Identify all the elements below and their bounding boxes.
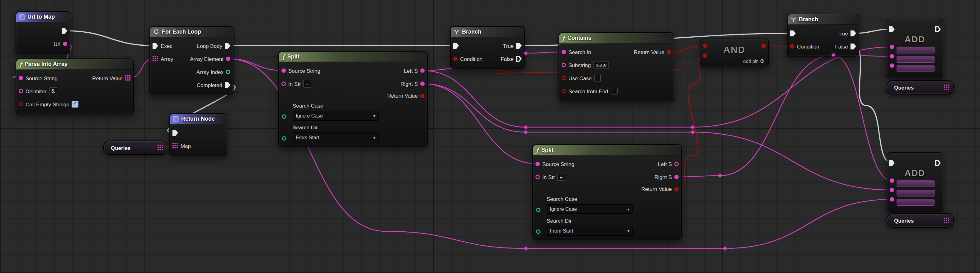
enum-in-pin[interactable] — [282, 114, 286, 119]
search-case-dropdown[interactable]: Ignore Case▾ — [293, 111, 379, 121]
exec-out-pin[interactable] — [516, 56, 522, 62]
exec-out-pin[interactable] — [516, 43, 522, 49]
exec-in-pin[interactable] — [889, 26, 895, 32]
bool-out-pin[interactable] — [420, 94, 425, 98]
bool-in-pin[interactable] — [703, 43, 707, 48]
string-in-pin[interactable] — [562, 50, 566, 54]
map-out-pin[interactable] — [944, 84, 950, 90]
bool-out-pin[interactable] — [762, 43, 766, 48]
exec-in-pin[interactable] — [790, 30, 796, 37]
string-in-pin[interactable] — [890, 178, 894, 183]
exec-out-pin[interactable] — [225, 43, 231, 49]
wire-exec[interactable] — [64, 31, 155, 46]
graph-canvas[interactable]: Url to Map Url ƒ Parse Into Array Source… — [0, 0, 980, 273]
exec-in-pin[interactable] — [889, 160, 895, 166]
delimiter-input[interactable]: & — [49, 87, 57, 95]
reroute-node[interactable] — [524, 247, 527, 250]
node-and[interactable]: AND Add pin ⊕ — [700, 38, 769, 67]
map-in-pin[interactable] — [172, 143, 178, 149]
node-header[interactable]: ƒ Split — [279, 52, 427, 62]
node-split-1[interactable]: ƒ Split Source String Left S In Str= Rig… — [278, 51, 428, 147]
search-case-dropdown[interactable]: Ignore Case▾ — [547, 204, 633, 214]
reroute-node[interactable] — [524, 52, 527, 55]
in-str-input[interactable]: = — [304, 79, 311, 88]
reroute-node[interactable] — [524, 125, 527, 129]
use-case-checkbox[interactable] — [594, 75, 601, 81]
string-in-pin[interactable] — [890, 197, 894, 202]
node-header[interactable]: ƒ Contains — [559, 33, 674, 43]
string-in-pin[interactable] — [282, 68, 286, 73]
string-out-pin[interactable] — [674, 162, 679, 166]
node-branch-2[interactable]: Branch True Condition False — [787, 14, 859, 57]
string-out-pin[interactable] — [674, 175, 679, 179]
wire-str[interactable] — [834, 55, 892, 181]
wire-str[interactable] — [422, 84, 538, 164]
node-header[interactable]: Return Node — [170, 114, 227, 124]
bool-in-pin[interactable] — [562, 89, 566, 93]
node-split-2[interactable]: ƒ Split Source String Left S In Str# Rig… — [532, 144, 682, 240]
bool-in-pin[interactable] — [19, 102, 23, 106]
enum-in-pin[interactable] — [536, 230, 541, 234]
enum-in-pin[interactable] — [536, 208, 541, 212]
node-add-1[interactable]: ADD — [887, 19, 943, 78]
string-in-pin[interactable] — [890, 188, 894, 192]
exec-out-pin[interactable] — [935, 26, 941, 32]
string-out-pin[interactable] — [420, 68, 425, 73]
map-out-pin[interactable] — [944, 217, 950, 223]
node-parse-into-array[interactable]: ƒ Parse Into Array Source String Return … — [16, 59, 134, 114]
reroute-node[interactable] — [719, 174, 722, 177]
string-in-pin[interactable] — [562, 63, 566, 67]
search-dir-dropdown[interactable]: From Start▾ — [547, 226, 633, 236]
exec-in-pin[interactable] — [153, 43, 158, 49]
node-header[interactable]: For Each Loop — [150, 27, 233, 37]
map-out-pin[interactable] — [158, 145, 163, 151]
enum-in-pin[interactable] — [282, 136, 286, 141]
wire-str[interactable] — [676, 55, 892, 177]
string-in-pin[interactable] — [890, 63, 894, 68]
wire-str[interactable] — [228, 59, 283, 71]
node-contains[interactable]: ƒ Contains Search In Return Value Substr… — [558, 32, 674, 102]
reroute-node[interactable] — [691, 125, 694, 129]
search-from-end-checkbox[interactable] — [611, 88, 618, 95]
node-header[interactable]: ƒ Split — [533, 145, 681, 156]
int-out-pin[interactable] — [226, 70, 231, 74]
string-in-pin[interactable] — [535, 162, 540, 166]
node-url-to-map[interactable]: Url to Map Url — [16, 11, 70, 54]
node-branch-1[interactable]: Branch True Condition False — [450, 26, 525, 69]
exec-out-pin[interactable] — [851, 30, 856, 37]
cull-empty-checkbox[interactable] — [72, 101, 78, 108]
string-in-pin[interactable] — [535, 175, 540, 179]
node-header[interactable]: ƒ Parse Into Array — [16, 59, 133, 70]
node-queries-variable[interactable]: Queries — [887, 213, 954, 228]
exec-out-pin[interactable] — [225, 82, 231, 88]
add-pin-button[interactable]: Add pin ⊕ — [743, 59, 765, 64]
node-return[interactable]: Return Node Map — [169, 113, 227, 156]
array-out-pin[interactable] — [125, 75, 131, 81]
array-in-pin[interactable] — [153, 56, 158, 62]
exec-out-pin[interactable] — [935, 160, 941, 166]
exec-in-pin[interactable] — [172, 130, 178, 136]
exec-out-pin[interactable] — [62, 28, 67, 34]
string-in-pin[interactable] — [282, 81, 286, 86]
string-out-pin[interactable] — [63, 42, 67, 46]
reroute-node[interactable] — [691, 130, 694, 134]
node-queries-variable[interactable]: Queries — [887, 80, 954, 95]
exec-in-pin[interactable] — [453, 43, 459, 49]
bool-in-pin[interactable] — [453, 57, 458, 61]
string-in-pin[interactable] — [890, 45, 894, 49]
string-out-pin[interactable] — [420, 81, 425, 86]
node-header[interactable]: Url to Map — [16, 12, 70, 22]
node-for-each-loop[interactable]: For Each Loop Exec Loop Body Array Array… — [150, 26, 234, 95]
bool-in-pin[interactable] — [562, 76, 566, 80]
string-out-pin[interactable] — [226, 57, 231, 61]
reroute-node[interactable] — [724, 247, 727, 250]
reroute-node[interactable] — [832, 54, 835, 57]
node-header[interactable]: Branch — [451, 27, 524, 37]
bool-out-pin[interactable] — [667, 50, 671, 54]
bool-in-pin[interactable] — [790, 44, 794, 49]
search-dir-dropdown[interactable]: From Start▾ — [293, 132, 379, 143]
node-header[interactable]: Branch — [788, 14, 859, 25]
string-in-pin[interactable] — [890, 54, 894, 59]
bool-out-pin[interactable] — [674, 187, 679, 191]
in-str-input[interactable]: # — [558, 173, 565, 181]
